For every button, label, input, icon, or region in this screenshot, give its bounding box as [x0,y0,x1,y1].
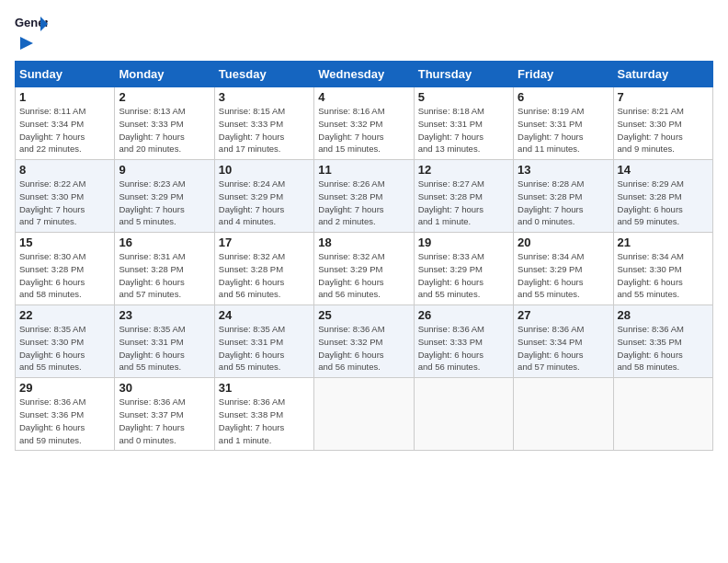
day-cell-20: 20Sunrise: 8:34 AMSunset: 3:29 PMDayligh… [514,233,613,305]
day-cell-10: 10Sunrise: 8:24 AMSunset: 3:29 PMDayligh… [214,160,313,233]
day-number: 14 [618,163,709,177]
day-info: Sunrise: 8:36 AMSunset: 3:34 PMDaylight:… [518,323,609,373]
day-info: Sunrise: 8:32 AMSunset: 3:28 PMDaylight:… [219,250,310,301]
empty-cell [613,378,712,451]
day-info: Sunrise: 8:35 AMSunset: 3:31 PMDaylight:… [219,323,310,373]
day-cell-16: 16Sunrise: 8:31 AMSunset: 3:28 PMDayligh… [115,233,214,305]
day-info: Sunrise: 8:21 AMSunset: 3:30 PMDaylight:… [618,105,709,155]
week-row-5: 29Sunrise: 8:36 AMSunset: 3:36 PMDayligh… [16,378,713,451]
day-cell-23: 23Sunrise: 8:35 AMSunset: 3:31 PMDayligh… [115,305,214,378]
day-info: Sunrise: 8:35 AMSunset: 3:31 PMDaylight:… [119,323,210,373]
day-info: Sunrise: 8:36 AMSunset: 3:35 PMDaylight:… [618,323,709,373]
day-number: 19 [418,236,509,249]
svg-marker-2 [20,37,33,50]
week-row-2: 8Sunrise: 8:22 AMSunset: 3:30 PMDaylight… [16,160,713,233]
day-cell-11: 11Sunrise: 8:26 AMSunset: 3:28 PMDayligh… [314,160,414,233]
day-info: Sunrise: 8:36 AMSunset: 3:32 PMDaylight:… [318,323,409,373]
day-number: 7 [618,90,709,104]
day-cell-9: 9Sunrise: 8:23 AMSunset: 3:29 PMDaylight… [115,160,214,233]
day-info: Sunrise: 8:13 AMSunset: 3:33 PMDaylight:… [119,105,210,155]
day-cell-30: 30Sunrise: 8:36 AMSunset: 3:37 PMDayligh… [115,378,214,451]
day-cell-21: 21Sunrise: 8:34 AMSunset: 3:30 PMDayligh… [613,233,712,305]
day-number: 16 [119,236,210,249]
day-info: Sunrise: 8:15 AMSunset: 3:33 PMDaylight:… [219,105,310,155]
day-info: Sunrise: 8:36 AMSunset: 3:33 PMDaylight:… [418,323,509,373]
day-info: Sunrise: 8:36 AMSunset: 3:38 PMDaylight:… [219,396,310,446]
day-cell-15: 15Sunrise: 8:30 AMSunset: 3:28 PMDayligh… [16,233,115,305]
day-cell-25: 25Sunrise: 8:36 AMSunset: 3:32 PMDayligh… [314,305,414,378]
day-number: 2 [119,90,210,104]
logo-icon: General [15,15,48,33]
day-cell-19: 19Sunrise: 8:33 AMSunset: 3:29 PMDayligh… [414,233,513,305]
day-cell-17: 17Sunrise: 8:32 AMSunset: 3:28 PMDayligh… [214,233,313,305]
day-number: 15 [19,236,110,249]
day-info: Sunrise: 8:33 AMSunset: 3:29 PMDaylight:… [418,250,509,301]
logo: General [15,15,48,52]
day-cell-14: 14Sunrise: 8:29 AMSunset: 3:28 PMDayligh… [613,160,712,233]
week-row-4: 22Sunrise: 8:35 AMSunset: 3:30 PMDayligh… [16,305,713,378]
day-info: Sunrise: 8:35 AMSunset: 3:30 PMDaylight:… [19,323,110,373]
page-container: General SundayMondayTuesdayWednesdayThur… [0,0,728,458]
day-cell-29: 29Sunrise: 8:36 AMSunset: 3:36 PMDayligh… [16,378,115,451]
day-number: 28 [618,308,709,322]
day-info: Sunrise: 8:36 AMSunset: 3:36 PMDaylight:… [19,396,110,446]
day-info: Sunrise: 8:23 AMSunset: 3:29 PMDaylight:… [119,178,210,228]
day-info: Sunrise: 8:27 AMSunset: 3:28 PMDaylight:… [418,178,509,228]
day-number: 20 [518,236,609,249]
day-info: Sunrise: 8:22 AMSunset: 3:30 PMDaylight:… [19,178,110,228]
day-info: Sunrise: 8:18 AMSunset: 3:31 PMDaylight:… [418,105,509,155]
day-number: 17 [219,236,310,249]
day-cell-2: 2Sunrise: 8:13 AMSunset: 3:33 PMDaylight… [115,87,214,160]
day-info: Sunrise: 8:36 AMSunset: 3:37 PMDaylight:… [119,396,210,446]
day-cell-4: 4Sunrise: 8:16 AMSunset: 3:32 PMDaylight… [314,87,414,160]
day-cell-3: 3Sunrise: 8:15 AMSunset: 3:33 PMDaylight… [214,87,313,160]
week-row-3: 15Sunrise: 8:30 AMSunset: 3:28 PMDayligh… [16,233,713,305]
empty-cell [314,378,414,451]
day-number: 25 [318,308,409,322]
day-cell-31: 31Sunrise: 8:36 AMSunset: 3:38 PMDayligh… [214,378,313,451]
day-cell-26: 26Sunrise: 8:36 AMSunset: 3:33 PMDayligh… [414,305,513,378]
day-info: Sunrise: 8:34 AMSunset: 3:30 PMDaylight:… [618,250,709,301]
day-number: 10 [219,163,310,177]
day-cell-28: 28Sunrise: 8:36 AMSunset: 3:35 PMDayligh… [613,305,712,378]
day-number: 4 [318,90,409,104]
day-cell-27: 27Sunrise: 8:36 AMSunset: 3:34 PMDayligh… [514,305,613,378]
day-cell-24: 24Sunrise: 8:35 AMSunset: 3:31 PMDayligh… [214,305,313,378]
day-number: 22 [19,308,110,322]
col-header-thursday: Thursday [414,62,513,87]
day-info: Sunrise: 8:29 AMSunset: 3:28 PMDaylight:… [618,178,709,228]
day-cell-7: 7Sunrise: 8:21 AMSunset: 3:30 PMDaylight… [613,87,712,160]
day-number: 6 [518,90,609,104]
day-cell-13: 13Sunrise: 8:28 AMSunset: 3:28 PMDayligh… [514,160,613,233]
day-info: Sunrise: 8:30 AMSunset: 3:28 PMDaylight:… [19,250,110,301]
day-info: Sunrise: 8:24 AMSunset: 3:29 PMDaylight:… [219,178,310,228]
day-info: Sunrise: 8:11 AMSunset: 3:34 PMDaylight:… [19,105,110,155]
day-cell-5: 5Sunrise: 8:18 AMSunset: 3:31 PMDaylight… [414,87,513,160]
col-header-sunday: Sunday [16,62,115,87]
day-cell-22: 22Sunrise: 8:35 AMSunset: 3:30 PMDayligh… [16,305,115,378]
day-number: 27 [518,308,609,322]
logo-arrow-icon [17,35,35,52]
day-info: Sunrise: 8:28 AMSunset: 3:28 PMDaylight:… [518,178,609,228]
day-number: 3 [219,90,310,104]
day-number: 23 [119,308,210,322]
day-info: Sunrise: 8:32 AMSunset: 3:29 PMDaylight:… [318,250,409,301]
header-row: SundayMondayTuesdayWednesdayThursdayFrid… [16,62,713,87]
day-info: Sunrise: 8:34 AMSunset: 3:29 PMDaylight:… [518,250,609,301]
day-number: 1 [19,90,110,104]
col-header-wednesday: Wednesday [314,62,414,87]
day-number: 26 [418,308,509,322]
col-header-tuesday: Tuesday [214,62,313,87]
day-info: Sunrise: 8:16 AMSunset: 3:32 PMDaylight:… [318,105,409,155]
day-number: 30 [119,381,210,395]
day-info: Sunrise: 8:26 AMSunset: 3:28 PMDaylight:… [318,178,409,228]
day-number: 31 [219,381,310,395]
day-number: 21 [618,236,709,249]
day-number: 9 [119,163,210,177]
day-number: 11 [318,163,409,177]
col-header-monday: Monday [115,62,214,87]
day-number: 13 [518,163,609,177]
col-header-friday: Friday [514,62,613,87]
day-cell-6: 6Sunrise: 8:19 AMSunset: 3:31 PMDaylight… [514,87,613,160]
col-header-saturday: Saturday [613,62,712,87]
